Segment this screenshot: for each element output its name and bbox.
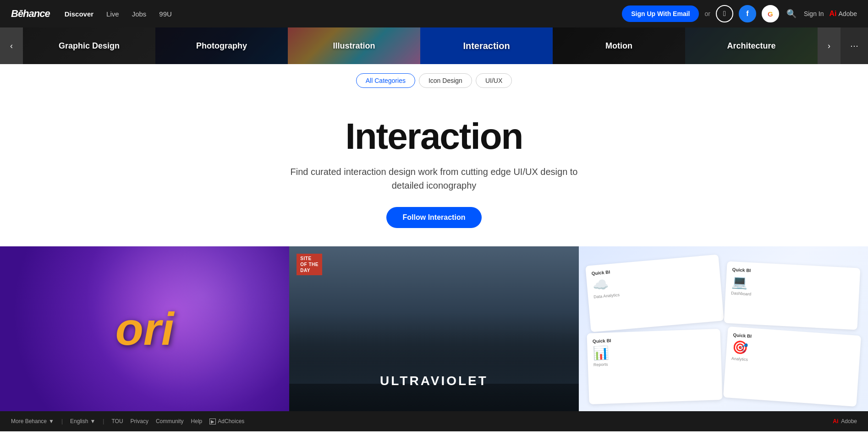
footer-privacy-link[interactable]: Privacy xyxy=(131,418,148,424)
footer-community-link[interactable]: Community xyxy=(156,418,184,424)
nav-discover[interactable]: Discover xyxy=(65,10,93,18)
footer-more-label: More Behance xyxy=(11,418,47,424)
project-card-1-bg: ori xyxy=(0,246,289,411)
project-card-3[interactable]: Quick BI ☁️ Data Analytics Quick BI 💻 Da… xyxy=(579,246,868,411)
google-icon: G xyxy=(768,10,773,18)
category-label: Architecture xyxy=(727,41,775,51)
footer-tou-link[interactable]: TOU xyxy=(111,418,123,424)
apple-signin-button[interactable]:  xyxy=(716,5,733,22)
google-signin-button[interactable]: G xyxy=(762,5,779,22)
adobe-footer-label: Adobe xyxy=(841,418,857,424)
signup-button[interactable]: Sign Up With Email xyxy=(622,5,699,22)
chevron-down-icon: ▼ xyxy=(49,418,54,424)
adchoices-label: AdChoices xyxy=(218,418,244,424)
mini-card-4: Quick BI 🎯 Analytics xyxy=(723,326,861,407)
chevron-down-icon-2: ▼ xyxy=(90,418,95,424)
category-interaction[interactable]: Interaction xyxy=(420,27,553,64)
subcategories-bar: All Categories Icon Design UI/UX xyxy=(0,64,868,92)
nav-jobs[interactable]: Jobs xyxy=(132,10,147,18)
category-label: Illustration xyxy=(333,41,375,51)
search-button[interactable]: 🔍 xyxy=(785,7,798,21)
footer-more-behance[interactable]: More Behance ▼ xyxy=(11,418,54,424)
project-card-2-bg: Siteof theDay ULTRAVIOLET xyxy=(289,246,578,411)
chevron-left-icon: ‹ xyxy=(10,41,13,51)
categories-list: Graphic Design Photography Illustration … xyxy=(23,27,818,64)
nav-99u[interactable]: 99U xyxy=(159,10,172,18)
chevron-right-icon: › xyxy=(828,41,830,51)
navbar: Bēhance Discover Live Jobs 99U Sign Up W… xyxy=(0,0,868,27)
more-icon: ⋯ xyxy=(850,41,858,51)
footer-adobe: Ai Adobe xyxy=(833,418,857,424)
mini-card-2: Quick BI 💻 Dashboard xyxy=(724,261,860,330)
subcat-all-categories[interactable]: All Categories xyxy=(356,73,415,88)
subcat-uiux[interactable]: UI/UX xyxy=(476,73,512,88)
category-next-button[interactable]: › xyxy=(818,27,841,64)
footer-language[interactable]: English ▼ xyxy=(70,418,95,424)
search-icon: 🔍 xyxy=(786,9,797,18)
projects-grid: ori Siteof theDay ULTRAVIOLET Quick BI ☁… xyxy=(0,246,868,411)
mini-card-3: Quick BI 📊 Reports xyxy=(587,329,722,404)
category-label: Photography xyxy=(196,41,247,51)
facebook-signin-button[interactable]: f xyxy=(739,5,756,22)
category-more-button[interactable]: ⋯ xyxy=(841,27,868,64)
hero-section: Interaction Find curated interaction des… xyxy=(0,92,868,246)
site-of-day-badge: Siteof theDay xyxy=(297,254,322,275)
hero-title: Interaction xyxy=(9,115,859,158)
category-graphic-design[interactable]: Graphic Design xyxy=(23,27,155,64)
subcat-icon-design[interactable]: Icon Design xyxy=(419,73,472,88)
signin-link[interactable]: Sign In xyxy=(804,10,824,17)
category-motion[interactable]: Motion xyxy=(553,27,685,64)
project-card-3-bg: Quick BI ☁️ Data Analytics Quick BI 💻 Da… xyxy=(579,246,868,411)
category-label: Interaction xyxy=(463,41,510,51)
facebook-icon: f xyxy=(746,10,748,18)
mini-card-1: Quick BI ☁️ Data Analytics xyxy=(585,255,724,332)
category-label: Graphic Design xyxy=(59,41,120,51)
follow-button[interactable]: Follow Interaction xyxy=(386,207,482,228)
adchoices-icon: ▶ xyxy=(209,419,216,424)
project-card-1[interactable]: ori xyxy=(0,246,289,411)
card-2-title: ULTRAVIOLET xyxy=(289,374,578,402)
footer-divider-1: | xyxy=(61,418,63,424)
category-label: Motion xyxy=(605,41,632,51)
adobe-footer-icon: Ai xyxy=(833,418,838,424)
footer: More Behance ▼ | English ▼ | TOU Privacy… xyxy=(0,411,868,431)
adobe-icon: Ai xyxy=(830,10,837,18)
card-1-title: ori xyxy=(115,303,174,355)
or-label: or xyxy=(704,10,710,17)
nav-live[interactable]: Live xyxy=(106,10,119,18)
category-bar: ‹ Graphic Design Photography Illustratio… xyxy=(0,27,868,64)
nav-right: Sign Up With Email or  f G 🔍 Sign In Ai… xyxy=(622,5,857,22)
project-card-2[interactable]: Siteof theDay ULTRAVIOLET xyxy=(289,246,578,411)
footer-divider-2: | xyxy=(103,418,104,424)
category-architecture[interactable]: Architecture xyxy=(685,27,818,64)
adobe-logo: Ai Adobe xyxy=(830,10,857,18)
apple-icon:  xyxy=(723,10,726,18)
behance-logo[interactable]: Bēhance xyxy=(11,8,50,20)
footer-help-link[interactable]: Help xyxy=(191,418,203,424)
footer-language-label: English xyxy=(70,418,88,424)
category-prev-button[interactable]: ‹ xyxy=(0,27,23,64)
nav-links: Discover Live Jobs 99U xyxy=(65,10,622,18)
hero-description: Find curated interaction design work fro… xyxy=(287,165,581,192)
category-illustration[interactable]: Illustration xyxy=(288,27,420,64)
category-photography[interactable]: Photography xyxy=(155,27,288,64)
footer-adchoices[interactable]: ▶ AdChoices xyxy=(209,418,244,424)
